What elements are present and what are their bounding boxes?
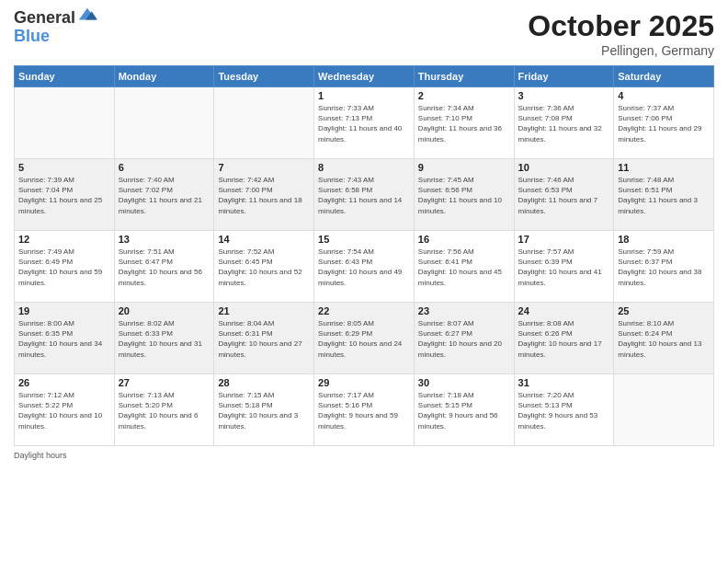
day-number: 11 — [618, 162, 710, 173]
day-info: Sunrise: 7:37 AM Sunset: 7:06 PM Dayligh… — [618, 103, 710, 144]
day-number: 29 — [318, 377, 410, 388]
calendar-cell: 31Sunrise: 7:20 AM Sunset: 5:13 PM Dayli… — [514, 374, 614, 446]
day-info: Sunrise: 7:15 AM Sunset: 5:18 PM Dayligh… — [218, 390, 310, 431]
day-info: Sunrise: 7:20 AM Sunset: 5:13 PM Dayligh… — [518, 390, 610, 431]
title-block: October 2025 Pellingen, Germany — [528, 9, 714, 58]
day-info: Sunrise: 8:04 AM Sunset: 6:31 PM Dayligh… — [218, 318, 310, 360]
daylight-label: Daylight hours — [14, 451, 67, 460]
calendar-cell: 27Sunrise: 7:13 AM Sunset: 5:20 PM Dayli… — [114, 374, 214, 446]
day-number: 10 — [518, 162, 610, 173]
day-info: Sunrise: 7:17 AM Sunset: 5:16 PM Dayligh… — [318, 390, 410, 431]
month-title: October 2025 — [528, 9, 714, 43]
day-info: Sunrise: 7:13 AM Sunset: 5:20 PM Dayligh… — [119, 390, 210, 431]
calendar-cell: 10Sunrise: 7:46 AM Sunset: 6:53 PM Dayli… — [514, 159, 614, 231]
day-number: 26 — [18, 377, 110, 388]
col-saturday: Saturday — [614, 66, 714, 87]
calendar-cell: 17Sunrise: 7:57 AM Sunset: 6:39 PM Dayli… — [514, 231, 614, 303]
day-number: 7 — [218, 162, 310, 173]
logo: General Blue — [14, 9, 97, 46]
calendar-cell: 16Sunrise: 7:56 AM Sunset: 6:41 PM Dayli… — [414, 231, 514, 303]
day-number: 25 — [618, 305, 710, 316]
day-info: Sunrise: 7:39 AM Sunset: 7:04 PM Dayligh… — [18, 175, 110, 216]
day-info: Sunrise: 7:46 AM Sunset: 6:53 PM Dayligh… — [518, 175, 610, 216]
calendar-cell: 20Sunrise: 8:02 AM Sunset: 6:33 PM Dayli… — [114, 303, 214, 374]
calendar-cell: 13Sunrise: 7:51 AM Sunset: 6:47 PM Dayli… — [114, 231, 214, 303]
calendar-header-row: Sunday Monday Tuesday Wednesday Thursday… — [15, 66, 714, 87]
day-info: Sunrise: 8:02 AM Sunset: 6:33 PM Dayligh… — [119, 318, 210, 360]
day-number: 9 — [418, 162, 510, 173]
col-monday: Monday — [114, 66, 214, 87]
calendar-cell: 2Sunrise: 7:34 AM Sunset: 7:10 PM Daylig… — [414, 87, 514, 159]
col-friday: Friday — [514, 66, 614, 87]
day-number: 30 — [418, 377, 510, 388]
day-number: 3 — [518, 90, 610, 101]
calendar-cell: 26Sunrise: 7:12 AM Sunset: 5:22 PM Dayli… — [15, 374, 115, 446]
day-info: Sunrise: 7:49 AM Sunset: 6:49 PM Dayligh… — [18, 247, 110, 288]
col-sunday: Sunday — [15, 66, 115, 87]
day-number: 19 — [18, 305, 110, 316]
day-info: Sunrise: 7:43 AM Sunset: 6:58 PM Dayligh… — [318, 175, 410, 216]
day-number: 13 — [119, 234, 210, 245]
day-number: 15 — [318, 234, 410, 245]
col-tuesday: Tuesday — [214, 66, 314, 87]
calendar-cell: 14Sunrise: 7:52 AM Sunset: 6:45 PM Dayli… — [214, 231, 314, 303]
day-info: Sunrise: 7:45 AM Sunset: 6:56 PM Dayligh… — [418, 175, 510, 216]
calendar-cell: 9Sunrise: 7:45 AM Sunset: 6:56 PM Daylig… — [414, 159, 514, 231]
col-wednesday: Wednesday — [314, 66, 415, 87]
day-number: 1 — [318, 90, 410, 101]
calendar-cell: 15Sunrise: 7:54 AM Sunset: 6:43 PM Dayli… — [314, 231, 415, 303]
calendar-cell — [614, 374, 714, 446]
day-number: 8 — [318, 162, 410, 173]
location-title: Pellingen, Germany — [528, 43, 714, 58]
calendar-cell: 8Sunrise: 7:43 AM Sunset: 6:58 PM Daylig… — [314, 159, 415, 231]
calendar-cell: 7Sunrise: 7:42 AM Sunset: 7:00 PM Daylig… — [214, 159, 314, 231]
day-info: Sunrise: 7:18 AM Sunset: 5:15 PM Dayligh… — [418, 390, 510, 431]
day-info: Sunrise: 7:33 AM Sunset: 7:13 PM Dayligh… — [318, 103, 410, 144]
calendar-cell — [214, 87, 314, 159]
day-number: 18 — [618, 234, 710, 245]
day-info: Sunrise: 7:40 AM Sunset: 7:02 PM Dayligh… — [119, 175, 210, 216]
day-number: 5 — [18, 162, 110, 173]
day-number: 17 — [518, 234, 610, 245]
calendar-cell: 21Sunrise: 8:04 AM Sunset: 6:31 PM Dayli… — [214, 303, 314, 374]
calendar-cell: 11Sunrise: 7:48 AM Sunset: 6:51 PM Dayli… — [614, 159, 714, 231]
calendar: Sunday Monday Tuesday Wednesday Thursday… — [14, 65, 714, 446]
calendar-week-row: 19Sunrise: 8:00 AM Sunset: 6:35 PM Dayli… — [15, 303, 714, 374]
day-number: 4 — [618, 90, 710, 101]
calendar-cell: 28Sunrise: 7:15 AM Sunset: 5:18 PM Dayli… — [214, 374, 314, 446]
calendar-cell: 19Sunrise: 8:00 AM Sunset: 6:35 PM Dayli… — [15, 303, 115, 374]
day-info: Sunrise: 7:34 AM Sunset: 7:10 PM Dayligh… — [418, 103, 510, 144]
calendar-cell — [15, 87, 115, 159]
day-info: Sunrise: 7:56 AM Sunset: 6:41 PM Dayligh… — [418, 247, 510, 288]
day-number: 12 — [18, 234, 110, 245]
day-info: Sunrise: 7:57 AM Sunset: 6:39 PM Dayligh… — [518, 247, 610, 288]
footer: Daylight hours — [14, 451, 714, 460]
col-thursday: Thursday — [414, 66, 514, 87]
day-info: Sunrise: 8:07 AM Sunset: 6:27 PM Dayligh… — [418, 318, 510, 360]
day-info: Sunrise: 7:36 AM Sunset: 7:08 PM Dayligh… — [518, 103, 610, 144]
day-info: Sunrise: 7:51 AM Sunset: 6:47 PM Dayligh… — [119, 247, 210, 288]
header: General Blue October 2025 Pellingen, Ger… — [14, 9, 714, 58]
calendar-cell: 1Sunrise: 7:33 AM Sunset: 7:13 PM Daylig… — [314, 87, 415, 159]
day-number: 6 — [119, 162, 210, 173]
day-info: Sunrise: 7:52 AM Sunset: 6:45 PM Dayligh… — [218, 247, 310, 288]
calendar-cell: 18Sunrise: 7:59 AM Sunset: 6:37 PM Dayli… — [614, 231, 714, 303]
day-number: 31 — [518, 377, 610, 388]
day-info: Sunrise: 8:08 AM Sunset: 6:26 PM Dayligh… — [518, 318, 610, 360]
day-info: Sunrise: 7:48 AM Sunset: 6:51 PM Dayligh… — [618, 175, 710, 216]
calendar-cell: 29Sunrise: 7:17 AM Sunset: 5:16 PM Dayli… — [314, 374, 415, 446]
calendar-cell: 12Sunrise: 7:49 AM Sunset: 6:49 PM Dayli… — [15, 231, 115, 303]
calendar-week-row: 12Sunrise: 7:49 AM Sunset: 6:49 PM Dayli… — [15, 231, 714, 303]
day-number: 28 — [218, 377, 310, 388]
calendar-cell: 24Sunrise: 8:08 AM Sunset: 6:26 PM Dayli… — [514, 303, 614, 374]
logo-icon — [77, 5, 97, 25]
calendar-week-row: 5Sunrise: 7:39 AM Sunset: 7:04 PM Daylig… — [15, 159, 714, 231]
day-info: Sunrise: 7:59 AM Sunset: 6:37 PM Dayligh… — [618, 247, 710, 288]
calendar-week-row: 26Sunrise: 7:12 AM Sunset: 5:22 PM Dayli… — [15, 374, 714, 446]
day-number: 2 — [418, 90, 510, 101]
calendar-cell: 22Sunrise: 8:05 AM Sunset: 6:29 PM Dayli… — [314, 303, 415, 374]
calendar-cell: 3Sunrise: 7:36 AM Sunset: 7:08 PM Daylig… — [514, 87, 614, 159]
day-number: 20 — [119, 305, 210, 316]
day-number: 24 — [518, 305, 610, 316]
day-number: 14 — [218, 234, 310, 245]
